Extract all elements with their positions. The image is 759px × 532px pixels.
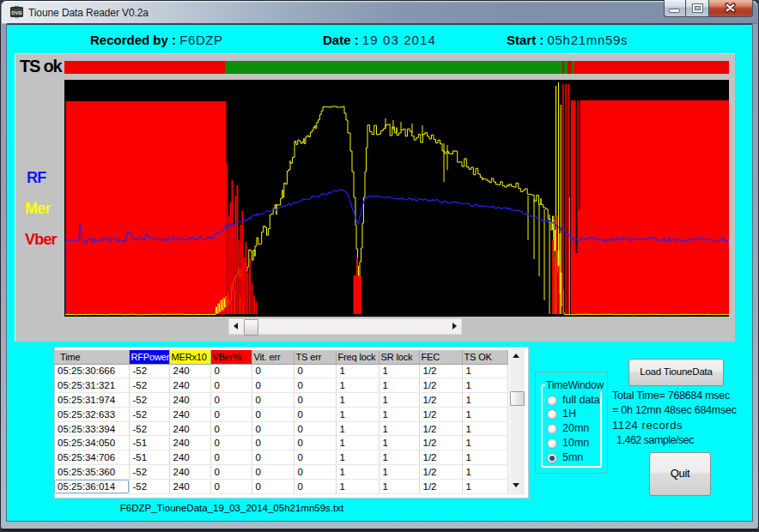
svg-text:DVB: DVB <box>11 10 22 15</box>
